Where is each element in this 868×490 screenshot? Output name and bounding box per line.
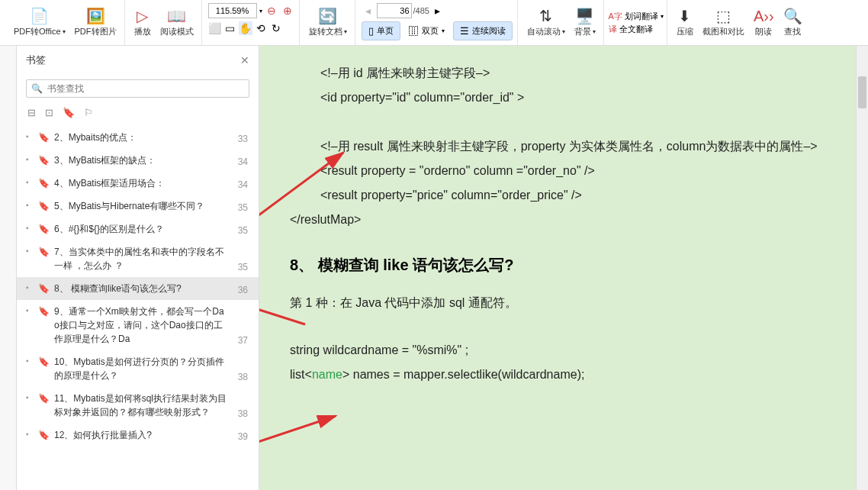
bookmark-text: 4、MyBatis框架适用场合：: [54, 176, 233, 190]
expand-icon[interactable]: ▪: [26, 224, 29, 232]
bookmark-page: 38: [238, 408, 248, 419]
fit-width-icon[interactable]: ⬜: [208, 21, 222, 35]
toolbar: 📄 PDF转Office▾ 🖼️ PDF转图片 ▷ 播放 📖 阅读模式 ▾ ⊖ …: [0, 0, 868, 46]
bookmark-item[interactable]: ▪🔖6、#{}和${}的区别是什么？35: [17, 218, 259, 240]
screenshot-compare-button[interactable]: ⬚ 截图和对比: [698, 5, 749, 40]
code-line: string wildcardname = "%smi%" ;: [290, 338, 837, 363]
select-tool-icon[interactable]: ⟲: [254, 21, 268, 35]
bookmark-page: 36: [238, 285, 248, 295]
bookmark-text: 12、如何执行批量插入?: [54, 428, 233, 442]
play-button[interactable]: ▷ 播放: [130, 5, 156, 40]
search-icon: 🔍: [31, 83, 43, 94]
bookmark-icon: 🔖: [38, 201, 50, 211]
expand-icon[interactable]: ▪: [26, 201, 29, 209]
bookmark-item[interactable]: ▪🔖5、MyBatis与Hibernate有哪些不同？35: [17, 195, 259, 218]
page-content: <!–用 id 属性来映射主键字段–> <id property="id" co…: [259, 46, 868, 490]
sidebar-title: 书签: [26, 53, 46, 67]
zoom-dropdown[interactable]: ▾: [259, 8, 262, 15]
bookmark-item[interactable]: ▪🔖10、Mybatis是如何进行分页的？分页插件的原理是什么？38: [17, 350, 259, 387]
page-prev-icon[interactable]: ◂: [362, 4, 375, 18]
speaker-icon: A››: [754, 8, 774, 24]
double-page-button[interactable]: ⿲双页▾: [402, 21, 452, 40]
section-heading: 8、 模糊查询 like 语句该怎么写?: [290, 255, 837, 276]
read-aloud-button[interactable]: A›› 朗读: [749, 5, 779, 40]
bookmark-page: 39: [238, 431, 248, 442]
collapse-all-icon[interactable]: ⊟: [27, 107, 36, 118]
bookmark-icon: 🔖: [38, 155, 50, 166]
code-line: <result property="price" column="order_p…: [320, 183, 837, 208]
bookmark-search-input[interactable]: [47, 83, 244, 94]
zoom-out-icon[interactable]: ⊖: [265, 4, 278, 18]
bookmark-flag-icon[interactable]: ⚐: [84, 107, 93, 118]
pdf-office-icon: 📄: [30, 8, 49, 24]
zoom-in-icon[interactable]: ⊕: [281, 4, 294, 18]
bookmark-item[interactable]: ▪🔖4、MyBatis框架适用场合：34: [17, 172, 259, 195]
read-mode-button[interactable]: 📖 阅读模式: [156, 5, 198, 40]
bookmark-item[interactable]: ▪🔖7、当实体类中的属性名和表中的字段名不一样 ，怎么办 ？35: [17, 240, 259, 277]
auto-scroll-button[interactable]: ⇅ 自动滚动▾: [522, 5, 570, 40]
expand-icon[interactable]: ▪: [26, 430, 29, 438]
page-number-input[interactable]: [377, 3, 412, 18]
bookmark-text: 11、Mybatis是如何将sql执行结果封装为目标对象并返回的？都有哪些映射形…: [54, 392, 233, 419]
word-translate-icon: A字: [609, 11, 622, 22]
word-translate-button[interactable]: A字 划词翻译▾: [609, 11, 664, 22]
page-total-label: /485: [413, 6, 429, 15]
expand-all-icon[interactable]: ⊡: [45, 107, 53, 118]
bookmark-icon: 🔖: [38, 430, 50, 440]
bookmark-text: 6、#{}和${}的区别是什么？: [54, 222, 233, 236]
rotate-icon: 🔄: [318, 8, 337, 24]
bookmark-add-icon[interactable]: 🔖: [63, 107, 75, 118]
find-button[interactable]: 🔍 查找: [779, 5, 807, 40]
expand-icon[interactable]: ▪: [26, 132, 29, 140]
code-line: <!–用 id 属性来映射主键字段–>: [320, 61, 837, 85]
vertical-scrollbar[interactable]: [856, 46, 868, 490]
hand-tool-icon[interactable]: ✋: [239, 21, 252, 35]
rotate-button[interactable]: 🔄 旋转文档▾: [304, 5, 352, 40]
pdf-to-office-button[interactable]: 📄 PDF转Office▾: [9, 5, 70, 40]
bookmark-item[interactable]: ▪🔖8、 模糊查询like语句该怎么写?36: [17, 277, 259, 300]
bookmark-list[interactable]: ▪🔖2、Mybaits的优点：33▪🔖3、MyBatis框架的缺点：34▪🔖4、…: [17, 123, 259, 490]
background-button[interactable]: 🖥️ 背景▾: [570, 5, 600, 40]
bookmarks-sidebar: 书签 ✕ 🔍 ⊟ ⊡ 🔖 ⚐ ▪🔖2、Mybaits的优点：33▪🔖3、MyBa…: [17, 46, 259, 490]
sidebar-close-button[interactable]: ✕: [240, 54, 249, 66]
full-translate-button[interactable]: 译 全文翻译: [609, 24, 664, 35]
code-line: [290, 110, 837, 134]
pdf-to-image-button[interactable]: 🖼️ PDF转图片: [70, 5, 121, 40]
continuous-icon: ☰: [460, 25, 469, 37]
bookmark-page: 38: [238, 372, 248, 382]
zoom-input[interactable]: [208, 3, 257, 18]
expand-icon[interactable]: ▪: [26, 178, 29, 186]
bookmark-page: 35: [238, 225, 248, 236]
main-area: 书签 ✕ 🔍 ⊟ ⊡ 🔖 ⚐ ▪🔖2、Mybaits的优点：33▪🔖3、MyBa…: [0, 46, 868, 490]
double-page-icon: ⿲: [409, 25, 419, 37]
autoscroll-icon: ⇅: [539, 8, 552, 24]
bookmark-item[interactable]: ▪🔖9、通常一个Xml映射文件，都会写一个Dao接口与之对应，请问，这个Dao接…: [17, 300, 259, 350]
bookmark-item[interactable]: ▪🔖3、MyBatis框架的缺点：34: [17, 149, 259, 172]
continuous-read-button[interactable]: ☰连续阅读: [453, 21, 513, 40]
expand-icon[interactable]: ▪: [26, 283, 29, 292]
compress-button[interactable]: ⬇ 压缩: [672, 5, 698, 40]
expand-icon[interactable]: ▪: [26, 306, 29, 314]
single-page-button[interactable]: ▯单页: [362, 21, 400, 40]
bookmark-text: 5、MyBatis与Hibernate有哪些不同？: [54, 199, 233, 213]
refresh-icon[interactable]: ↻: [269, 21, 283, 35]
scrollbar-thumb[interactable]: [858, 76, 866, 108]
code-comment: <!–用 result 属性来映射非主键字段，property 为实体类属性名，…: [320, 134, 837, 159]
document-viewport[interactable]: <!–用 id 属性来映射主键字段–> <id property="id" co…: [259, 46, 868, 490]
bookmark-icon: 🔖: [38, 178, 50, 189]
page-next-icon[interactable]: ▸: [431, 4, 445, 18]
expand-icon[interactable]: ▪: [26, 393, 29, 401]
bookmark-page: 34: [238, 156, 248, 167]
bookmark-icon: 🔖: [38, 393, 50, 404]
bookmark-item[interactable]: ▪🔖12、如何执行批量插入?39: [17, 424, 259, 446]
expand-icon[interactable]: ▪: [26, 247, 29, 255]
expand-icon[interactable]: ▪: [26, 356, 29, 365]
expand-icon[interactable]: ▪: [26, 155, 29, 163]
fit-page-icon[interactable]: ▭: [223, 21, 237, 35]
bookmark-icon: 🔖: [38, 224, 50, 234]
bookmark-icon: 🔖: [38, 306, 50, 317]
bookmark-item[interactable]: ▪🔖11、Mybatis是如何将sql执行结果封装为目标对象并返回的？都有哪些映…: [17, 387, 259, 424]
left-rail: [0, 46, 17, 490]
bookmark-item[interactable]: ▪🔖2、Mybaits的优点：33: [17, 126, 259, 149]
bookmark-search-box[interactable]: 🔍: [26, 79, 249, 98]
